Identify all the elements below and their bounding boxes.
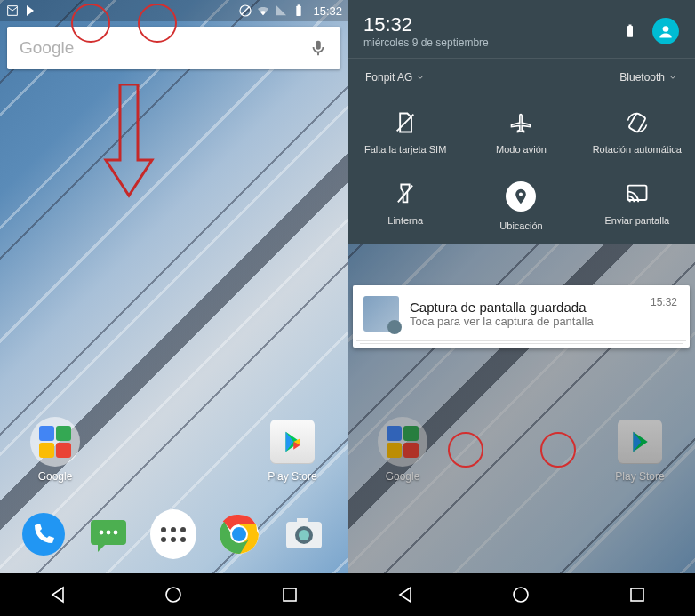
svg-rect-18 <box>627 26 633 37</box>
user-avatar[interactable] <box>652 18 679 44</box>
folder-icon <box>30 417 80 467</box>
chevron-down-icon <box>416 73 425 82</box>
qs-bluetooth-toggle[interactable]: Bluetooth <box>619 71 677 84</box>
nav-bar <box>0 573 348 616</box>
nav-recent[interactable] <box>279 584 300 605</box>
flashlight-icon <box>393 181 418 206</box>
mic-icon[interactable] <box>308 38 328 58</box>
status-left-icons <box>5 4 37 18</box>
qs-time: 15:32 <box>363 13 489 36</box>
svg-point-8 <box>114 531 118 535</box>
status-right-icons: 15:32 <box>238 4 342 18</box>
chevron-down-icon <box>668 73 677 82</box>
svg-rect-2 <box>297 6 301 16</box>
qs-tile-label: Falta la tarjeta SIM <box>364 144 446 155</box>
nav-back[interactable] <box>47 584 68 605</box>
svg-point-6 <box>100 531 104 535</box>
qs-tile-rotation[interactable]: Rotación automática <box>588 101 686 167</box>
svg-line-1 <box>242 7 249 14</box>
svg-point-20 <box>663 26 669 32</box>
qs-connectivity-row: Fonpit AG Bluetooth <box>348 58 695 96</box>
gmail-icon <box>5 4 20 18</box>
qs-tile-cast[interactable]: Enviar pantalla <box>588 172 686 244</box>
battery-icon <box>622 22 638 40</box>
notification-card[interactable]: Captura de pantalla guardada Toca para v… <box>353 285 690 348</box>
qs-wifi-toggle[interactable]: Fonpit AG <box>365 71 425 84</box>
phone-app[interactable] <box>20 511 67 557</box>
play-store-app[interactable]: Play Store <box>264 417 321 483</box>
folder-label: Google <box>38 470 73 483</box>
qs-tile-location[interactable]: Ubicación <box>472 172 570 244</box>
play-store-icon <box>270 420 315 464</box>
google-folder[interactable]: Google <box>27 417 84 483</box>
svg-point-25 <box>514 588 528 602</box>
svg-point-15 <box>299 530 309 540</box>
annotation-circle-right <box>138 4 177 43</box>
home-screen: 15:32 Google Google Play Store <box>0 0 348 616</box>
app-drawer-button[interactable] <box>150 511 196 557</box>
nav-home[interactable] <box>510 584 531 605</box>
qs-tile-label: Ubicación <box>499 220 542 231</box>
qs-tile-airplane[interactable]: Modo avión <box>472 101 570 167</box>
qs-date: miércoles 9 de septiembre <box>363 36 489 49</box>
quick-settings-panel: 15:32 miércoles 9 de septiembre Fonpit A… <box>348 0 695 244</box>
no-sim-icon <box>393 110 418 135</box>
airplane-icon <box>508 110 533 135</box>
svg-rect-26 <box>631 588 643 601</box>
notification-time: 15:32 <box>651 296 677 308</box>
svg-rect-17 <box>284 588 296 601</box>
annotation-arrow-down <box>102 84 156 200</box>
nav-recent[interactable] <box>627 584 648 605</box>
annotation-circle-left <box>448 432 483 468</box>
location-icon <box>506 181 536 212</box>
messages-app[interactable] <box>85 511 132 557</box>
home-app-row: Google Play Store <box>0 417 348 483</box>
svg-rect-3 <box>298 4 300 6</box>
qs-tile-sim[interactable]: Falta la tarjeta SIM <box>356 101 454 167</box>
svg-rect-13 <box>297 518 308 524</box>
annotation-circle-right <box>540 432 576 468</box>
qs-tile-label: Linterna <box>387 215 423 226</box>
svg-point-16 <box>166 588 180 602</box>
playstore-status-icon <box>23 4 37 18</box>
quick-settings-screen: 15:32 miércoles 9 de septiembre Fonpit A… <box>348 0 695 616</box>
nav-back[interactable] <box>395 584 416 605</box>
wifi-label: Fonpit AG <box>365 71 412 84</box>
chrome-app[interactable] <box>216 511 262 557</box>
camera-app[interactable] <box>281 511 327 557</box>
nav-home[interactable] <box>163 584 184 605</box>
signal-icon <box>274 4 288 18</box>
notification-stack-indicator <box>360 343 683 348</box>
qs-tile-label: Rotación automática <box>593 144 682 155</box>
rotation-icon <box>625 110 650 135</box>
qs-tile-row-1: Falta la tarjeta SIM Modo avión Rotación… <box>348 96 695 167</box>
nav-bar <box>348 573 695 616</box>
notification-subtitle: Toca para ver la captura de pantalla <box>410 315 651 328</box>
svg-rect-19 <box>629 25 632 27</box>
svg-line-23 <box>398 186 412 203</box>
qs-tile-row-2: Linterna Ubicación Enviar pantalla <box>348 167 695 244</box>
bluetooth-label: Bluetooth <box>619 71 665 84</box>
qs-header: 15:32 miércoles 9 de septiembre <box>348 11 695 58</box>
svg-point-7 <box>107 531 111 535</box>
status-time: 15:32 <box>313 4 342 18</box>
svg-point-4 <box>22 513 65 556</box>
play-store-label: Play Store <box>268 470 316 483</box>
annotation-circle-left <box>71 4 110 43</box>
wifi-icon <box>256 4 270 18</box>
battery-icon <box>292 4 306 18</box>
qs-tile-label: Enviar pantalla <box>604 215 669 226</box>
cast-icon <box>625 181 650 206</box>
qs-tile-label: Modo avión <box>496 144 547 155</box>
dock <box>0 502 348 566</box>
app-drawer-icon <box>150 509 196 559</box>
screenshot-thumbnail-icon <box>363 296 399 332</box>
notification-title: Captura de pantalla guardada <box>410 300 651 315</box>
do-not-disturb-icon <box>238 4 252 18</box>
qs-tile-flashlight[interactable]: Linterna <box>356 172 454 244</box>
